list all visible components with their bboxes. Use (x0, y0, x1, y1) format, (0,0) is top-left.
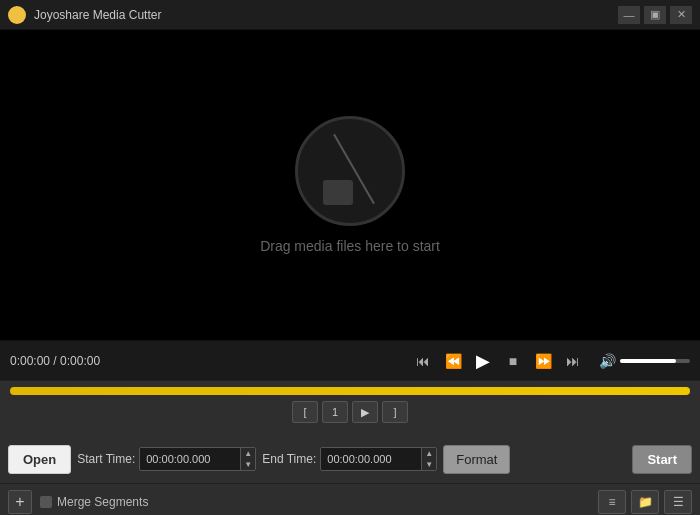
start-time-input-wrap: ▲ ▼ (139, 447, 256, 471)
title-bar: Joyoshare Media Cutter — ▣ ✕ (0, 0, 700, 30)
start-time-group: Start Time: ▲ ▼ (77, 447, 256, 471)
video-area[interactable]: Drag media files here to start (0, 30, 700, 340)
window-controls: — ▣ ✕ (618, 6, 692, 24)
progress-fill (10, 387, 690, 395)
footer-right-buttons: ≡ 📁 ☰ (598, 490, 692, 514)
volume-slider[interactable] (620, 359, 690, 363)
media-circle-icon (295, 116, 405, 226)
segments-icon-button[interactable]: ≡ (598, 490, 626, 514)
forward-end-button[interactable]: ⏭ (561, 349, 585, 373)
merge-segments-label: Merge Segments (57, 495, 148, 509)
start-time-label: Start Time: (77, 452, 135, 466)
start-time-spin: ▲ ▼ (240, 448, 255, 470)
open-button[interactable]: Open (8, 445, 71, 474)
minimize-button[interactable]: — (618, 6, 640, 24)
trim-play-button[interactable]: ▶ (352, 401, 378, 423)
close-button[interactable]: ✕ (670, 6, 692, 24)
bottom-controls: Open Start Time: ▲ ▼ End Time: ▲ ▼ Forma… (0, 435, 700, 483)
app-icon (8, 6, 26, 24)
rewind-start-button[interactable]: ⏮ (411, 349, 435, 373)
forward-button[interactable]: ⏩ (531, 349, 555, 373)
rewind-button[interactable]: ⏪ (441, 349, 465, 373)
drag-hint-text: Drag media files here to start (260, 238, 440, 254)
play-button[interactable]: ▶ (471, 349, 495, 373)
stop-button[interactable]: ■ (501, 349, 525, 373)
list-icon-button[interactable]: ☰ (664, 490, 692, 514)
media-placeholder: Drag media files here to start (260, 116, 440, 254)
end-time-input-wrap: ▲ ▼ (320, 447, 437, 471)
add-segment-button[interactable]: + (8, 490, 32, 514)
merge-checkbox-icon[interactable] (40, 496, 52, 508)
trim-bracket-left-button[interactable]: [ (292, 401, 318, 423)
end-time-up-button[interactable]: ▲ (422, 448, 436, 459)
end-time-down-button[interactable]: ▼ (422, 459, 436, 470)
volume-fill (620, 359, 676, 363)
start-time-down-button[interactable]: ▼ (241, 459, 255, 470)
timeline-area: [ 1 ▶ ] (0, 380, 700, 435)
end-time-group: End Time: ▲ ▼ (262, 447, 437, 471)
volume-area: 🔊 (599, 353, 690, 369)
volume-icon: 🔊 (599, 353, 616, 369)
progress-track[interactable] (10, 387, 690, 395)
start-time-input[interactable] (140, 449, 240, 469)
folder-icon-button[interactable]: 📁 (631, 490, 659, 514)
footer-bar: + Merge Segments ≡ 📁 ☰ (0, 483, 700, 515)
end-time-input[interactable] (321, 449, 421, 469)
start-time-up-button[interactable]: ▲ (241, 448, 255, 459)
trim-frame-left-button[interactable]: 1 (322, 401, 348, 423)
end-time-spin: ▲ ▼ (421, 448, 436, 470)
start-button[interactable]: Start (632, 445, 692, 474)
controls-bar: 0:00:00 / 0:00:00 ⏮ ⏪ ▶ ■ ⏩ ⏭ 🔊 (0, 340, 700, 380)
end-time-label: End Time: (262, 452, 316, 466)
trim-controls: [ 1 ▶ ] (10, 401, 690, 423)
time-display: 0:00:00 / 0:00:00 (10, 354, 120, 368)
maximize-button[interactable]: ▣ (644, 6, 666, 24)
trim-bracket-right-button[interactable]: ] (382, 401, 408, 423)
app-title: Joyoshare Media Cutter (34, 8, 618, 22)
format-button[interactable]: Format (443, 445, 510, 474)
